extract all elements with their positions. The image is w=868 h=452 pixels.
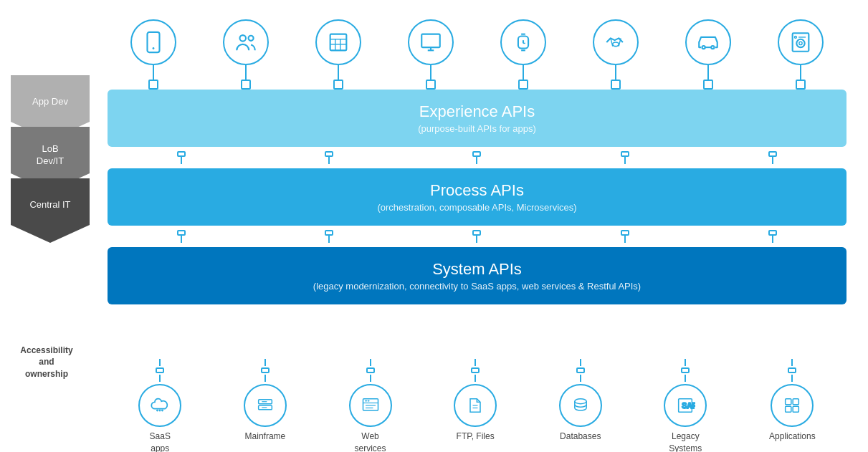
bottom-icons-row: SaaSapps Mainframe Webservic (100, 359, 854, 445)
svg-rect-7 (330, 34, 347, 51)
top-icon-appliance (778, 19, 824, 90)
conn-10 (768, 230, 777, 243)
chevron-label-appdev: App Dev (32, 96, 68, 108)
svg-rect-49 (786, 406, 791, 412)
bottom-icon-applications: Applications (769, 359, 816, 443)
svg-point-22 (711, 46, 714, 49)
web-services-label: Webservices (355, 431, 386, 452)
chevron-stack: App Dev LoBDev/IT Central IT (7, 75, 93, 243)
conn-3 (472, 151, 481, 164)
bottom-icon-databases: Databases (559, 359, 602, 443)
conn-4 (621, 151, 629, 164)
databases-icon (559, 384, 602, 427)
conn-1 (177, 151, 186, 164)
conn-5 (768, 151, 777, 164)
mainframe-label: Mainframe (245, 431, 286, 443)
mainframe-icon (244, 384, 287, 427)
top-icon-handshake (593, 19, 639, 90)
applications-label: Applications (769, 431, 816, 443)
applications-icon (771, 384, 814, 427)
chevron-label-central-it: Central IT (29, 199, 70, 211)
top-icon-watch (500, 19, 546, 90)
process-layer-wrapper: Process APIs (orchestration, composable … (100, 168, 854, 226)
legacy-systems-icon: SAP (664, 384, 707, 427)
connectors-mid-1 (100, 147, 854, 168)
svg-rect-50 (793, 406, 798, 412)
car-icon (685, 19, 731, 65)
appliance-icon (778, 19, 824, 65)
top-icon-users (223, 19, 269, 90)
svg-point-30 (160, 410, 161, 410)
conn-6 (177, 230, 186, 243)
experience-api-title: Experience APIs (419, 102, 535, 121)
saas-icon (138, 384, 181, 427)
svg-point-6 (249, 36, 254, 41)
legacy-label: LegacySystems (669, 431, 702, 452)
svg-point-20 (613, 42, 619, 47)
top-icon-car (685, 19, 731, 90)
top-icon-mobile (130, 19, 176, 90)
conn-2 (325, 151, 333, 164)
bottom-icon-saas: SaaSapps (138, 359, 181, 452)
conn-7 (325, 230, 333, 243)
process-api-title: Process APIs (430, 181, 524, 200)
svg-point-25 (796, 39, 804, 47)
handshake-icon (593, 19, 639, 65)
chevron-label-lob: LoBDev/IT (37, 143, 64, 168)
users-icon (223, 19, 269, 65)
experience-api-subtitle: (purpose-built APIs for apps) (418, 123, 536, 134)
bottom-icon-ftp: FTP, Files (454, 359, 497, 443)
system-api-band: System APIs (legacy modernization, conne… (108, 247, 846, 304)
process-api-subtitle: (orchestration, composable APIs, Microse… (377, 202, 576, 213)
experience-layer-wrapper: Experience APIs (purpose-built APIs for … (100, 90, 854, 147)
layers-section: Experience APIs (purpose-built APIs for … (100, 90, 854, 359)
diagram-container: App Dev LoBDev/IT Central IT (0, 0, 868, 452)
experience-api-band: Experience APIs (purpose-built APIs for … (108, 90, 846, 147)
svg-point-44 (575, 399, 586, 404)
top-icon-building (315, 19, 361, 90)
top-icons-row (100, 7, 854, 90)
conn-9 (621, 230, 629, 243)
databases-label: Databases (560, 431, 601, 443)
mobile-icon (130, 19, 176, 65)
sidebar: App Dev LoBDev/IT Central IT (0, 0, 100, 452)
ftp-icon (454, 384, 497, 427)
bottom-icon-web-services: Webservices (349, 359, 392, 452)
ftp-label: FTP, Files (457, 431, 495, 443)
svg-point-27 (794, 37, 796, 39)
bottom-icon-legacy: SAP LegacySystems (664, 359, 707, 452)
svg-text:SAP: SAP (682, 401, 696, 410)
main-area: Experience APIs (purpose-built APIs for … (100, 0, 868, 452)
building-icon (315, 19, 361, 65)
svg-rect-12 (421, 34, 440, 47)
svg-rect-48 (793, 399, 798, 405)
svg-point-5 (240, 35, 247, 42)
sidebar-accessibility-label: Accessibilityandownership (7, 345, 86, 380)
svg-rect-47 (786, 399, 791, 405)
system-layer-wrapper: System APIs (legacy modernization, conne… (100, 247, 854, 304)
top-icon-monitor (408, 19, 454, 90)
connectors-mid-2 (100, 226, 854, 247)
watch-icon (500, 19, 546, 65)
saas-label: SaaSapps (150, 431, 171, 452)
svg-point-21 (702, 46, 705, 49)
chevron-central-it: Central IT (11, 178, 90, 243)
monitor-icon (408, 19, 454, 65)
svg-point-29 (157, 410, 158, 410)
svg-point-31 (162, 410, 163, 410)
system-api-subtitle: (legacy modernization, connectivity to S… (313, 281, 641, 292)
bottom-icon-mainframe: Mainframe (244, 359, 287, 443)
web-services-icon (349, 384, 392, 427)
svg-point-26 (798, 42, 801, 44)
process-api-band: Process APIs (orchestration, composable … (108, 168, 846, 226)
system-api-title: System APIs (432, 260, 522, 279)
conn-8 (472, 230, 481, 243)
